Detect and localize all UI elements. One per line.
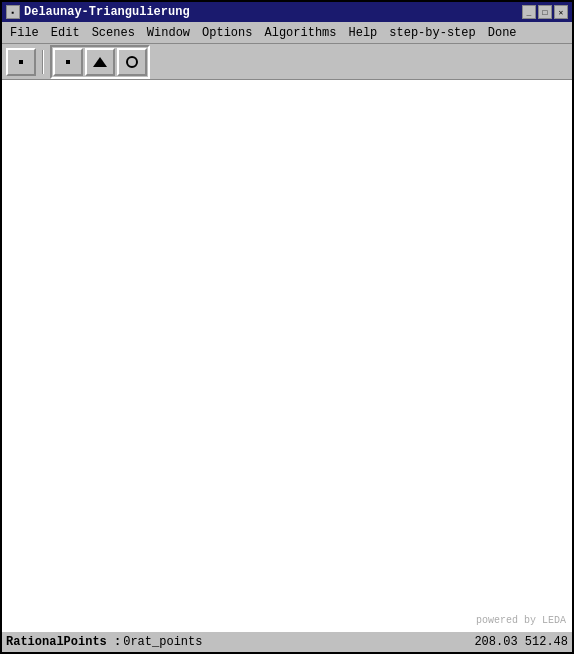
app-icon: ▪ <box>6 5 20 19</box>
circle-tool-button[interactable] <box>117 48 147 76</box>
toolbar-separator <box>42 50 44 74</box>
menu-scenes[interactable]: Scenes <box>86 24 141 42</box>
menu-file[interactable]: File <box>4 24 45 42</box>
menu-edit[interactable]: Edit <box>45 24 86 42</box>
maximize-button[interactable]: □ <box>538 5 552 19</box>
window-title: Delaunay-Triangulierung <box>24 5 190 19</box>
status-coords: 208.03 512.48 <box>474 635 568 649</box>
title-bar-left: ▪ Delaunay-Triangulierung <box>6 5 190 19</box>
point2-icon <box>66 60 70 64</box>
triangle-icon <box>93 57 107 67</box>
minimize-button[interactable]: _ <box>522 5 536 19</box>
canvas-area[interactable]: powered by LEDA <box>2 80 572 630</box>
menu-help[interactable]: Help <box>343 24 384 42</box>
menu-options[interactable]: Options <box>196 24 258 42</box>
status-left: RationalPoints : 0rat_points <box>6 635 474 649</box>
point2-tool-button[interactable] <box>53 48 83 76</box>
menu-bar: File Edit Scenes Window Options Algorith… <box>2 22 572 44</box>
point-tool-button[interactable] <box>6 48 36 76</box>
toolbar-group-shapes <box>50 45 150 79</box>
point-icon <box>19 60 23 64</box>
status-bar: RationalPoints : 0rat_points 208.03 512.… <box>2 630 572 652</box>
powered-by-label: powered by LEDA <box>476 615 566 626</box>
menu-window[interactable]: Window <box>141 24 196 42</box>
triangle-tool-button[interactable] <box>85 48 115 76</box>
title-bar-buttons: _ □ ✕ <box>522 5 568 19</box>
status-label: RationalPoints : <box>6 635 121 649</box>
circle-icon <box>126 56 138 68</box>
menu-algorithms[interactable]: Algorithms <box>258 24 342 42</box>
toolbar <box>2 44 572 80</box>
app-window: ▪ Delaunay-Triangulierung _ □ ✕ File Edi… <box>0 0 574 654</box>
close-button[interactable]: ✕ <box>554 5 568 19</box>
menu-step-by-step[interactable]: step-by-step <box>383 24 481 42</box>
title-bar: ▪ Delaunay-Triangulierung _ □ ✕ <box>2 2 572 22</box>
menu-done[interactable]: Done <box>482 24 523 42</box>
status-value: 0rat_points <box>123 635 202 649</box>
